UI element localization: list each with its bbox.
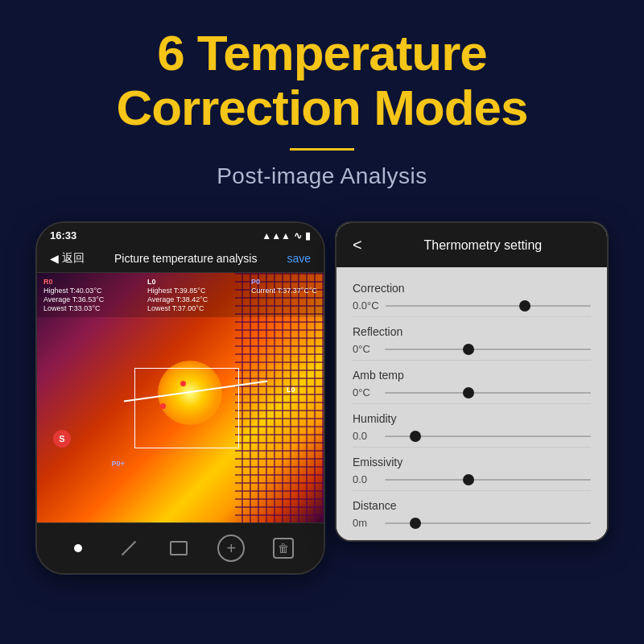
settings-header: < Thermometry setting <box>336 223 607 267</box>
distance-row: Distance 0m <box>353 491 591 534</box>
humidity-thumb[interactable] <box>410 431 421 442</box>
back-icon: ◀ <box>50 252 59 265</box>
measurement-overlay: R0 Highest T:40.03°C Average T:36.53°C L… <box>37 273 324 317</box>
r0-average: Average T:36.53°C <box>43 295 104 303</box>
reflection-row: Reflection 0°C <box>353 317 591 361</box>
humidity-slider[interactable] <box>385 436 591 437</box>
distance-slider[interactable] <box>385 522 591 524</box>
s-badge: S <box>53 430 71 448</box>
save-button[interactable]: save <box>287 252 311 265</box>
back-label: 返回 <box>62 251 85 266</box>
status-bar: 16:33 ▲▲▲ ∿ ▮ <box>37 223 324 245</box>
measurement-dot-1 <box>180 381 186 386</box>
r0-measurements: R0 Highest T:40.03°C Average T:36.53°C L… <box>43 278 104 312</box>
correction-label: Correction <box>353 282 591 295</box>
emissivity-slider-container: 0.0 <box>353 473 591 485</box>
amb-temp-row: Amb temp 0°C <box>353 361 591 404</box>
correction-thumb[interactable] <box>519 300 530 312</box>
amb-temp-value: 0°C <box>353 386 378 398</box>
correction-slider-container: 0.0°C <box>353 299 591 312</box>
dot-tool[interactable] <box>67 537 89 559</box>
emissivity-row: Emissivity 0.0 <box>353 448 591 491</box>
nav-title: Picture temperature analysis <box>114 252 257 265</box>
title-line2: Correction Modes <box>116 80 527 135</box>
emissivity-slider[interactable] <box>385 479 591 481</box>
signal-icon: ▲▲▲ <box>262 230 291 242</box>
reflection-slider[interactable] <box>385 349 591 350</box>
p0-bottom-label: P0+ <box>112 460 125 468</box>
right-phone: < Thermometry setting Correction 0.0°C R… <box>335 221 609 542</box>
amb-temp-label: Amb temp <box>353 369 591 382</box>
distance-label: Distance <box>353 499 591 512</box>
wifi-icon: ∿ <box>294 230 302 242</box>
add-tool[interactable]: + <box>217 535 245 562</box>
measurement-dot-2 <box>160 403 166 409</box>
title-line1: 6 Temperature <box>157 25 487 80</box>
settings-title: Thermometry setting <box>375 238 591 253</box>
r0-highest: Highest T:40.03°C <box>43 287 104 295</box>
amb-temp-slider[interactable] <box>385 392 591 394</box>
p0-label: P0 <box>251 278 317 286</box>
humidity-value: 0.0 <box>353 430 378 442</box>
l0-average: Average T:38.42°C <box>147 295 208 303</box>
correction-row: Correction 0.0°C <box>353 274 591 317</box>
delete-tool[interactable]: 🗑 <box>273 538 294 559</box>
phones-container: 16:33 ▲▲▲ ∿ ▮ ◀ 返回 Picture temperature a… <box>0 221 644 575</box>
nav-bar: ◀ 返回 Picture temperature analysis save <box>37 245 324 273</box>
l0-side-label: L0 <box>287 386 295 394</box>
l0-label: L0 <box>147 278 208 286</box>
humidity-row: Humidity 0.0 <box>353 404 591 448</box>
l0-lowest: Lowest T:37.00°C <box>147 304 208 312</box>
l0-highest: Highest T:39.85°C <box>147 287 208 295</box>
settings-back-button[interactable]: < <box>353 236 362 254</box>
header-section: 6 Temperature Correction Modes Post-imag… <box>0 0 644 221</box>
emissivity-value: 0.0 <box>353 473 378 485</box>
battery-icon: ▮ <box>305 230 311 242</box>
emissivity-label: Emissivity <box>353 456 591 469</box>
pencil-tool[interactable] <box>118 537 140 559</box>
r0-label: R0 <box>43 278 104 286</box>
amb-temp-slider-container: 0°C <box>353 386 591 398</box>
back-button[interactable]: ◀ 返回 <box>50 251 85 266</box>
correction-value: 0.0°C <box>353 299 379 312</box>
thermal-image: R0 Highest T:40.03°C Average T:36.53°C L… <box>37 273 324 522</box>
distance-value: 0m <box>353 517 378 529</box>
distance-slider-container: 0m <box>353 517 591 529</box>
square-tool[interactable] <box>167 537 190 559</box>
bottom-toolbar: + 🗑 <box>37 522 324 573</box>
emissivity-thumb[interactable] <box>463 474 474 485</box>
main-title: 6 Temperature Correction Modes <box>48 26 596 135</box>
reflection-value: 0°C <box>353 343 378 355</box>
l0-measurements: L0 Highest T:39.85°C Average T:38.42°C L… <box>147 278 208 312</box>
divider <box>290 148 354 151</box>
settings-content: Correction 0.0°C Reflection 0°C <box>336 267 607 540</box>
reflection-slider-container: 0°C <box>353 343 591 355</box>
correction-slider[interactable] <box>386 305 591 307</box>
p0-measurements: P0 Current T:37.37°C°C <box>251 278 317 312</box>
reflection-thumb[interactable] <box>463 344 474 355</box>
p0-current: Current T:37.37°C°C <box>251 287 317 295</box>
reflection-label: Reflection <box>353 325 591 338</box>
distance-thumb[interactable] <box>410 518 421 529</box>
amb-temp-thumb[interactable] <box>463 387 474 398</box>
humidity-label: Humidity <box>353 412 591 425</box>
left-phone: 16:33 ▲▲▲ ∿ ▮ ◀ 返回 Picture temperature a… <box>35 221 325 575</box>
time: 16:33 <box>50 229 76 242</box>
roi-box <box>134 368 239 448</box>
humidity-slider-container: 0.0 <box>353 430 591 442</box>
r0-lowest: Lowest T:33.03°C <box>43 304 104 312</box>
status-icons: ▲▲▲ ∿ ▮ <box>262 230 311 242</box>
subtitle: Post-image Analysis <box>48 163 596 189</box>
